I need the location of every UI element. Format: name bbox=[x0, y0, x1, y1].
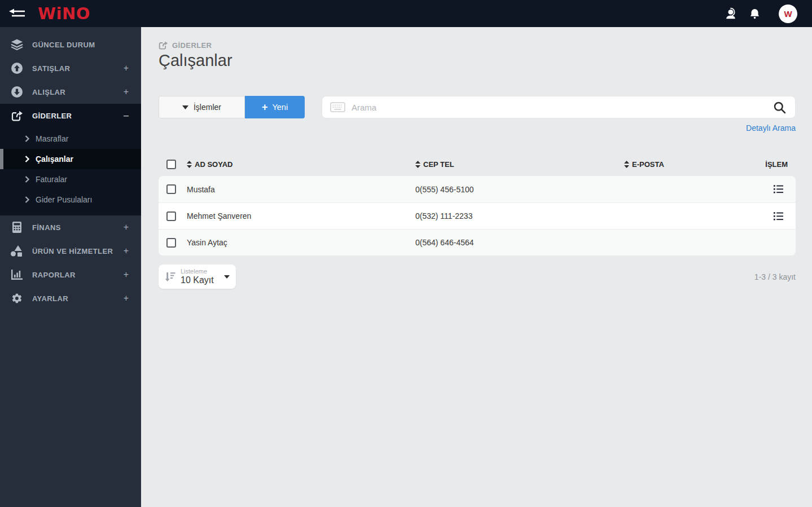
giderler-submenu: Masraflar Çalışanlar Faturalar bbox=[0, 127, 141, 210]
islemler-button[interactable]: İşlemler bbox=[159, 96, 245, 118]
sidebar-item-label: RAPORLAR bbox=[32, 271, 76, 279]
settings-icon bbox=[10, 293, 24, 304]
page-title: Çalışanlar bbox=[159, 51, 796, 70]
record-range-text: 1-3 / 3 kayıt bbox=[754, 272, 796, 281]
sidebar-item-ayarlar[interactable]: AYARLAR + bbox=[0, 286, 141, 310]
column-header-label: AD SOYAD bbox=[195, 160, 232, 169]
search-bar bbox=[322, 96, 796, 118]
sidebar: GÜNCEL DURUM SATIŞLAR + ALIŞLAR + bbox=[0, 27, 141, 507]
chevron-right-icon bbox=[25, 135, 29, 142]
reports-icon bbox=[10, 270, 24, 280]
table-row[interactable]: Mustafa 0(555) 456-5100 bbox=[159, 176, 796, 202]
sidebar-item-guncel-durum[interactable]: GÜNCEL DURUM bbox=[0, 33, 141, 56]
breadcrumb-label: GİDERLER bbox=[172, 41, 212, 50]
cell-phone: 0(555) 456-5100 bbox=[415, 185, 624, 194]
active-indicator-bar bbox=[0, 149, 3, 169]
sidebar-item-label: ÜRÜN VE HİZMETLER bbox=[32, 247, 113, 255]
row-actions-icon[interactable] bbox=[774, 185, 788, 193]
detayli-arama-link[interactable]: Detaylı Arama bbox=[746, 124, 796, 133]
sidebar-subitem-label: Gider Pusulaları bbox=[36, 195, 92, 204]
expander: + bbox=[124, 246, 129, 256]
purchases-icon bbox=[10, 86, 24, 98]
sidebar-item-label: GÜNCEL DURUM bbox=[32, 41, 95, 49]
notifications-icon[interactable] bbox=[747, 6, 762, 21]
collapse-menu-icon[interactable] bbox=[7, 6, 28, 21]
sidebar-item-label: GİDERLER bbox=[32, 112, 72, 120]
sidebar-subitem-masraflar[interactable]: Masraflar bbox=[0, 129, 141, 149]
sidebar-item-label: SATIŞLAR bbox=[32, 64, 70, 73]
row-checkbox[interactable] bbox=[166, 211, 176, 221]
cell-phone: 0(532) 111-2233 bbox=[415, 211, 624, 221]
toolbar: İşlemler + Yeni bbox=[159, 96, 796, 118]
expander: + bbox=[124, 222, 129, 232]
detayli-arama-row: Detaylı Arama bbox=[159, 123, 796, 133]
sidebar-item-label: FİNANS bbox=[32, 223, 61, 232]
expander: + bbox=[124, 293, 129, 303]
breadcrumb[interactable]: GİDERLER bbox=[159, 41, 796, 50]
chevron-right-icon bbox=[25, 176, 29, 183]
plus-icon: + bbox=[262, 102, 268, 112]
select-all-checkbox[interactable] bbox=[166, 160, 176, 169]
chevron-right-icon bbox=[25, 156, 29, 162]
listeleme-label: Listeleme bbox=[181, 268, 214, 275]
cell-name: Mustafa bbox=[187, 185, 415, 194]
action-button-group: İşlemler + Yeni bbox=[159, 96, 305, 118]
expander: + bbox=[124, 63, 129, 73]
cell-phone: 0(564) 646-4564 bbox=[415, 238, 624, 247]
yeni-label: Yeni bbox=[272, 103, 288, 112]
expander: + bbox=[124, 270, 129, 280]
caret-down-icon bbox=[182, 105, 188, 109]
row-actions-icon[interactable] bbox=[774, 212, 788, 221]
search-input[interactable] bbox=[352, 103, 773, 112]
sidebar-item-label: AYARLAR bbox=[32, 294, 68, 303]
main-content: GİDERLER Çalışanlar İşlemler + Yeni bbox=[141, 27, 812, 507]
sidebar-subitem-label: Çalışanlar bbox=[36, 155, 73, 164]
expenses-icon bbox=[159, 41, 168, 50]
table-row[interactable]: Yasin Aytaç 0(564) 646-4564 bbox=[159, 229, 796, 255]
caret-down-icon bbox=[224, 275, 230, 279]
sidebar-subitem-gider-pusulalari[interactable]: Gider Pusulaları bbox=[0, 189, 141, 210]
sidebar-item-alislar[interactable]: ALIŞLAR + bbox=[0, 80, 141, 104]
cell-name: Yasin Aytaç bbox=[187, 238, 415, 247]
column-header-ad-soyad[interactable]: AD SOYAD bbox=[187, 160, 415, 169]
column-header-label: E-POSTA bbox=[632, 160, 664, 169]
page-size-value: 10 Kayıt bbox=[181, 275, 214, 285]
sidebar-item-satislar[interactable]: SATIŞLAR + bbox=[0, 56, 141, 80]
sidebar-item-giderler[interactable]: GİDERLER – bbox=[0, 104, 141, 127]
sort-icon bbox=[415, 161, 420, 168]
row-checkbox[interactable] bbox=[166, 184, 176, 194]
collapse-minus: – bbox=[124, 111, 129, 121]
layers-icon bbox=[10, 39, 24, 50]
page-size-texts: Listeleme 10 Kayıt bbox=[181, 268, 214, 285]
support-icon[interactable] bbox=[723, 6, 738, 21]
avatar[interactable]: W bbox=[779, 5, 797, 23]
cell-name: Mehmet Şanveren bbox=[187, 211, 415, 221]
sidebar-subitem-faturalar[interactable]: Faturalar bbox=[0, 169, 141, 189]
yeni-button[interactable]: + Yeni bbox=[245, 96, 305, 118]
column-header-cep-tel[interactable]: CEP TEL bbox=[415, 160, 624, 169]
sidebar-section-giderler-expanded: GİDERLER – Masraflar Çalışanlar bbox=[0, 104, 141, 215]
page-size-dropdown[interactable]: Listeleme 10 Kayıt bbox=[159, 264, 236, 289]
column-header-label: CEP TEL bbox=[423, 160, 454, 169]
column-header-islem: İŞLEM bbox=[765, 160, 788, 169]
keyboard-icon[interactable] bbox=[330, 102, 345, 112]
sidebar-item-finans[interactable]: FİNANS + bbox=[0, 215, 141, 239]
islemler-label: İşlemler bbox=[194, 103, 221, 112]
table-row[interactable]: Mehmet Şanveren 0(532) 111-2233 bbox=[159, 202, 796, 229]
app-logo[interactable]: WiNO bbox=[38, 4, 90, 23]
table-body: Mustafa 0(555) 456-5100 Mehmet Şanveren … bbox=[159, 176, 796, 255]
finance-icon bbox=[10, 222, 24, 233]
chevron-right-icon bbox=[25, 196, 29, 203]
column-header-e-posta[interactable]: E-POSTA bbox=[624, 160, 754, 169]
table-header: AD SOYAD CEP TEL E-POSTA İŞLEM bbox=[159, 156, 796, 173]
sales-icon bbox=[10, 63, 24, 74]
sort-icon bbox=[624, 161, 629, 168]
sidebar-subitem-calisanlar[interactable]: Çalışanlar bbox=[0, 149, 141, 169]
sidebar-item-raporlar[interactable]: RAPORLAR + bbox=[0, 263, 141, 286]
listing-icon bbox=[165, 272, 175, 281]
expander: + bbox=[124, 87, 129, 97]
sidebar-item-urun-ve-hizmetler[interactable]: ÜRÜN VE HİZMETLER + bbox=[0, 239, 141, 263]
row-checkbox[interactable] bbox=[166, 238, 176, 248]
topbar: WiNO W bbox=[0, 0, 812, 27]
search-icon[interactable] bbox=[773, 101, 786, 114]
